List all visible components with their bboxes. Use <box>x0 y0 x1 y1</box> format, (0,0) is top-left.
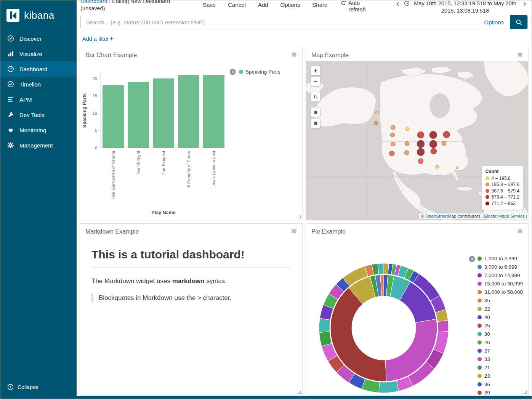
map-marker[interactable] <box>417 148 425 156</box>
resize-handle[interactable] <box>524 215 527 218</box>
sidebar-item-management[interactable]: Management <box>0 138 77 153</box>
x-tick-label[interactable]: Two Gentlemen of Verona <box>111 151 115 199</box>
pie-legend-item[interactable]: 7,000 to 14,999 <box>478 272 523 278</box>
x-tick-label[interactable]: Twelfth Night <box>136 151 141 175</box>
panel-settings-button[interactable] <box>516 51 524 59</box>
pie-legend-item[interactable]: 22 <box>478 306 523 312</box>
toolbar-share-button[interactable]: Share <box>311 1 328 9</box>
gear-icon <box>291 228 297 234</box>
time-next-button[interactable] <box>519 0 530 10</box>
legend-range-label: 4 – 195.8 <box>492 175 511 182</box>
map-fit-bounds-button[interactable] <box>311 92 320 102</box>
map-marker[interactable] <box>405 141 409 146</box>
pie-legend-item[interactable]: 15,000 to 30,999 <box>478 281 523 287</box>
map-draw-rectangle-button[interactable] <box>311 118 320 128</box>
resize-handle[interactable] <box>524 391 527 394</box>
toolbar-add-button[interactable]: Add <box>257 1 269 9</box>
search-input[interactable] <box>81 15 478 29</box>
resize-handle[interactable] <box>298 391 301 394</box>
bar-twelfth-night[interactable] <box>128 82 149 148</box>
panel-settings-button[interactable] <box>516 228 524 236</box>
pie-legend-item[interactable]: 25 <box>478 323 523 328</box>
map-marker[interactable] <box>374 121 378 125</box>
sidebar-item-visualize[interactable]: Visualize <box>0 46 77 61</box>
markdown-blockquote: Blockquotes in Markdown use the > charac… <box>91 293 291 303</box>
pie-legend-item[interactable]: 1,000 to 2,999 <box>478 256 523 261</box>
map-zoom-out-button[interactable]: − <box>311 77 320 87</box>
pie-legend-item[interactable]: 33 <box>478 356 523 362</box>
pie-legend-item[interactable]: 35 <box>478 298 523 303</box>
bar-a-comedy-of-errors[interactable] <box>178 75 199 148</box>
x-tick-label[interactable]: The Tempest <box>161 151 166 175</box>
search-button[interactable] <box>510 15 527 29</box>
x-tick-label[interactable]: A Comedy of Errors <box>186 151 191 187</box>
pie-legend-item[interactable]: 30 <box>478 331 523 337</box>
legend-item-speaking-parts[interactable]: Speaking Parts <box>239 69 280 75</box>
pie-outer-segment[interactable] <box>319 318 330 332</box>
toolbar-options-button[interactable]: Options <box>279 1 301 9</box>
pie-legend-item[interactable]: 27 <box>478 348 523 354</box>
map-marker[interactable] <box>429 140 437 148</box>
pie-legend-item[interactable]: 36 <box>478 381 523 387</box>
bar-the-tempest[interactable] <box>153 79 174 148</box>
map-marker[interactable] <box>429 131 437 139</box>
kibana-logo[interactable]: kibana <box>0 0 77 31</box>
map-marker[interactable] <box>375 111 378 114</box>
time-previous-button[interactable] <box>392 0 403 10</box>
pie-legend-item[interactable]: 3,000 to 6,999 <box>478 264 523 270</box>
map-marker[interactable] <box>417 131 424 138</box>
map-marker[interactable] <box>417 140 425 148</box>
sidebar-item-monitoring[interactable]: Monitoring <box>0 122 77 138</box>
panel-settings-button[interactable] <box>290 228 298 236</box>
bar-loves-labours-lost[interactable] <box>203 75 224 148</box>
map-marker[interactable] <box>418 159 423 164</box>
map-marker[interactable] <box>391 142 395 146</box>
pie-legend-item[interactable]: 26 <box>478 340 523 345</box>
panel-settings-button[interactable] <box>290 51 298 59</box>
map-marker[interactable] <box>405 127 409 131</box>
x-tick-label[interactable]: Loves Labours Lost <box>212 151 216 187</box>
map-marker[interactable] <box>404 151 409 155</box>
map-marker[interactable] <box>389 151 394 156</box>
sidebar-item-dashboard[interactable]: Dashboard <box>0 61 77 77</box>
pie-legend-item[interactable]: 23 <box>478 373 523 379</box>
map-marker[interactable] <box>436 165 439 168</box>
pie-outer-segment[interactable] <box>379 381 399 393</box>
bar-two-gentlemen-of-verona[interactable] <box>103 85 124 148</box>
map-marker[interactable] <box>391 125 395 130</box>
resize-handle[interactable] <box>298 215 301 218</box>
toolbar-save-button[interactable]: Save <box>202 1 217 9</box>
map-zoom-in-button[interactable]: + <box>311 66 320 75</box>
search-options-link[interactable]: Options <box>478 15 510 29</box>
gear-icon <box>7 142 14 149</box>
map-marker[interactable] <box>443 131 450 138</box>
pie-outer-segment[interactable] <box>378 263 384 274</box>
pie-legend-item[interactable]: 40 <box>478 314 523 320</box>
legend-toggle-icon[interactable] <box>229 69 236 75</box>
auto-refresh-button[interactable]: Auto refresh <box>341 0 370 13</box>
bar-chart-canvas[interactable]: 05101520Two Gentlemen of VeronaTwelfth N… <box>80 61 303 219</box>
sidebar-item-timelion[interactable]: Timelion <box>0 77 77 92</box>
toolbar-cancel-button[interactable]: Cancel <box>227 1 247 9</box>
add-filter-link[interactable]: Add a filter+ <box>82 36 114 42</box>
map-marker[interactable] <box>390 133 395 137</box>
map-marker[interactable] <box>442 141 446 146</box>
pie-legend-item[interactable]: 31,000 to 50,000 <box>478 289 523 295</box>
sidebar-item-apm[interactable]: APM <box>0 92 77 107</box>
sidebar-item-dev-tools[interactable]: Dev Tools <box>0 107 77 122</box>
breadcrumb-dashboard-link[interactable]: Dashboard <box>80 0 107 4</box>
legend-label: 7,000 to 14,999 <box>484 272 520 278</box>
map-marker[interactable] <box>431 148 437 154</box>
map-marker[interactable] <box>456 167 458 169</box>
openstreetmap-link[interactable]: OpenStreetMap <box>425 214 456 218</box>
map-draw-polygon-button[interactable] <box>311 107 320 117</box>
time-range-picker[interactable]: May 18th 2015, 12:33:19.518 to May 20th … <box>404 0 518 14</box>
pie-legend-item[interactable]: 21 <box>478 365 523 370</box>
sidebar-item-discover[interactable]: Discover <box>0 31 77 46</box>
pie-legend-item[interactable]: 39 <box>478 390 523 396</box>
legend-toggle-icon[interactable] <box>469 256 475 262</box>
elastic-maps-service-link[interactable]: Elastic Maps Service <box>484 214 525 218</box>
pie-outer-segment[interactable] <box>437 320 449 332</box>
pie-chart-canvas[interactable] <box>309 237 461 395</box>
legend-color-dot <box>239 70 243 74</box>
